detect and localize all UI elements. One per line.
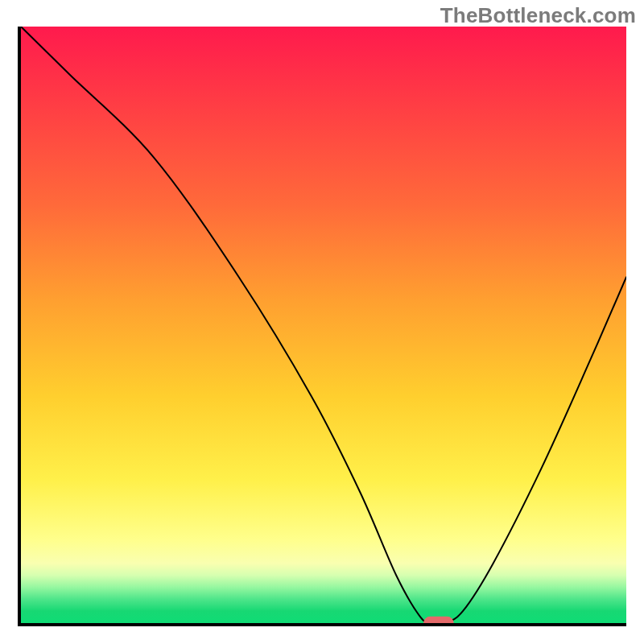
optimal-marker bbox=[423, 617, 454, 626]
chart-frame: TheBottleneck.com bbox=[0, 0, 644, 644]
watermark-label: TheBottleneck.com bbox=[440, 3, 636, 28]
plot-area bbox=[18, 27, 626, 626]
marker-layer bbox=[21, 27, 626, 623]
